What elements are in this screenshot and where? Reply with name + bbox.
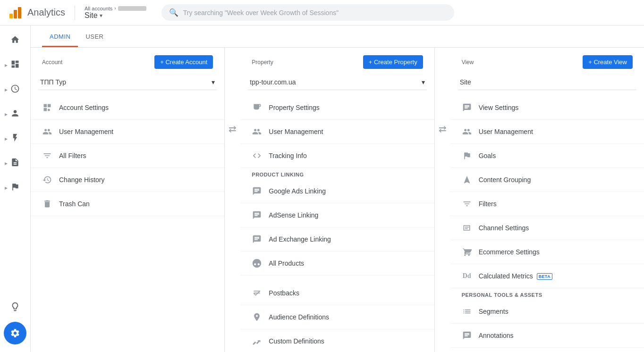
expand-arrow3: ▶: [5, 112, 8, 117]
tracking-info-icon: [252, 151, 262, 161]
menu-item-google-ads-linking[interactable]: Google Ads Linking: [240, 179, 434, 203]
search-icon: 🔍: [169, 8, 178, 17]
menu-item-annotations[interactable]: Annotations: [450, 324, 644, 348]
menu-item-property-settings-label: Property Settings: [269, 104, 319, 111]
menu-item-postbacks[interactable]: Postbacks: [240, 281, 434, 305]
account-settings-icon: [42, 102, 52, 113]
menu-item-adsense-linking[interactable]: AdSense Linking: [240, 203, 434, 227]
sidebar-item-audience[interactable]: ▶: [4, 103, 26, 126]
tab-user[interactable]: USER: [78, 25, 111, 47]
menu-item-audience-definitions[interactable]: Audience Definitions: [240, 305, 434, 329]
sidebar-item-reports[interactable]: ▶: [4, 78, 26, 101]
account-column: Account + Create Account ТПП Туp ▾ Accou…: [31, 48, 225, 352]
property-settings-icon: [252, 102, 262, 113]
all-products-icon: [252, 258, 262, 268]
site-dropdown-arrow: ▾: [100, 12, 102, 19]
account-to-property-btn[interactable]: ⇄: [225, 123, 240, 134]
menu-item-google-ads-linking-label: Google Ads Linking: [269, 187, 326, 195]
ad-exchange-linking-icon: [252, 234, 262, 244]
menu-item-filters-view[interactable]: Filters: [450, 192, 644, 216]
main-content: ADMIN USER Account + Create Account ТПП …: [31, 25, 644, 352]
menu-item-attribution-models[interactable]: Attribution Models: [450, 348, 644, 352]
logo-area: Analytics: [8, 5, 65, 20]
menu-item-annotations-label: Annotations: [479, 332, 514, 339]
filters-view-icon: [462, 199, 472, 209]
header-divider: [75, 6, 75, 20]
account-dropdown[interactable]: ТПП Туp ▾: [38, 75, 217, 90]
menu-item-goals[interactable]: Goals: [450, 144, 644, 168]
channel-settings-icon: [462, 223, 472, 233]
menu-item-postbacks-label: Postbacks: [269, 289, 299, 297]
sidebar-item-behavior[interactable]: ▶: [4, 152, 26, 175]
svg-rect-2: [18, 7, 21, 18]
sidebar-item-discover[interactable]: [4, 295, 26, 318]
menu-item-all-products[interactable]: All Products: [240, 251, 434, 276]
sidebar-item-conversions[interactable]: ▶: [4, 176, 26, 199]
create-account-button[interactable]: + Create Account: [154, 55, 213, 69]
sidebar-item-acquisition[interactable]: ▶: [4, 127, 26, 150]
goals-icon: [462, 151, 472, 161]
menu-item-user-management-view-label: User Management: [479, 128, 533, 135]
view-column-header: View + Create View: [450, 55, 644, 75]
menu-item-change-history-label: Change History: [59, 176, 105, 184]
menu-item-custom-definitions[interactable]: Custom Definitions: [240, 329, 434, 352]
beta-badge: BETA: [537, 273, 552, 280]
menu-item-ad-exchange-linking[interactable]: Ad Exchange Linking: [240, 227, 434, 251]
menu-item-user-management-account[interactable]: User Management: [31, 120, 224, 144]
segments-icon: [462, 306, 472, 317]
view-column: View + Create View Site View Settings: [450, 48, 644, 352]
menu-item-segments-label: Segments: [479, 308, 508, 315]
all-accounts-link[interactable]: All accounts ›: [85, 6, 146, 11]
sidebar-item-home[interactable]: [4, 29, 26, 52]
sidebar-item-admin[interactable]: [4, 322, 26, 344]
annotations-icon: [462, 330, 472, 341]
sidebar-bottom: [4, 295, 26, 352]
custom-definitions-icon: [252, 336, 262, 346]
menu-item-ecommerce-settings[interactable]: Ecommerce Settings: [450, 240, 644, 264]
menu-item-trash-can[interactable]: Trash Can: [31, 192, 224, 216]
property-dropdown[interactable]: tpp-tour.com.ua ▾: [248, 75, 426, 90]
menu-item-adsense-linking-label: AdSense Linking: [269, 211, 318, 219]
expand-arrow6: ▶: [5, 186, 8, 190]
menu-item-all-products-label: All Products: [269, 260, 304, 267]
calculated-metrics-icon: Dd: [462, 271, 472, 281]
create-view-button[interactable]: + Create View: [583, 55, 633, 69]
postbacks-icon: [252, 288, 262, 298]
change-history-icon: [42, 175, 52, 185]
content-grouping-icon: [462, 175, 472, 185]
menu-item-calculated-metrics[interactable]: Dd Calculated Metrics BETA: [450, 264, 644, 288]
menu-item-ecommerce-settings-label: Ecommerce Settings: [479, 248, 540, 256]
property-dropdown-arrow: ▾: [422, 78, 425, 86]
menu-item-segments[interactable]: Segments: [450, 300, 644, 324]
menu-item-user-management-property-label: User Management: [269, 128, 323, 135]
account-dropdown-arrow: ▾: [212, 78, 215, 86]
menu-item-channel-settings[interactable]: Channel Settings: [450, 216, 644, 240]
search-bar[interactable]: 🔍 Try searching "Week over Week Growth o…: [161, 4, 454, 21]
sidebar-item-dashboard[interactable]: ▶: [4, 54, 26, 76]
account-nav[interactable]: All accounts › Site ▾: [85, 6, 146, 20]
expand-arrow5: ▶: [5, 161, 8, 166]
svg-rect-1: [14, 10, 17, 18]
all-accounts-label: All accounts: [85, 6, 112, 11]
menu-item-account-settings[interactable]: Account Settings: [31, 96, 224, 120]
menu-item-view-settings[interactable]: View Settings: [450, 96, 644, 120]
clock-icon: [10, 84, 20, 96]
site-selector[interactable]: Site ▾: [85, 11, 146, 20]
ecommerce-settings-icon: [462, 247, 472, 257]
menu-item-user-management-view[interactable]: User Management: [450, 120, 644, 144]
menu-item-content-grouping[interactable]: Content Grouping: [450, 168, 644, 192]
menu-item-change-history[interactable]: Change History: [31, 168, 224, 192]
property-to-view-btn[interactable]: ⇄: [435, 123, 450, 134]
view-name-label: Site: [460, 78, 471, 86]
menu-item-channel-settings-label: Channel Settings: [479, 224, 529, 232]
tab-admin[interactable]: ADMIN: [42, 25, 78, 47]
menu-item-all-filters-label: All Filters: [59, 152, 86, 159]
tabs-bar: ADMIN USER: [31, 25, 644, 48]
menu-item-property-settings[interactable]: Property Settings: [240, 96, 434, 120]
menu-item-user-management-property[interactable]: User Management: [240, 120, 434, 144]
all-filters-icon: [42, 151, 52, 161]
columns-area: Account + Create Account ТПП Туp ▾ Accou…: [31, 48, 644, 352]
create-property-button[interactable]: + Create Property: [363, 55, 423, 69]
menu-item-tracking-info[interactable]: Tracking Info: [240, 144, 434, 168]
menu-item-all-filters[interactable]: All Filters: [31, 144, 224, 168]
